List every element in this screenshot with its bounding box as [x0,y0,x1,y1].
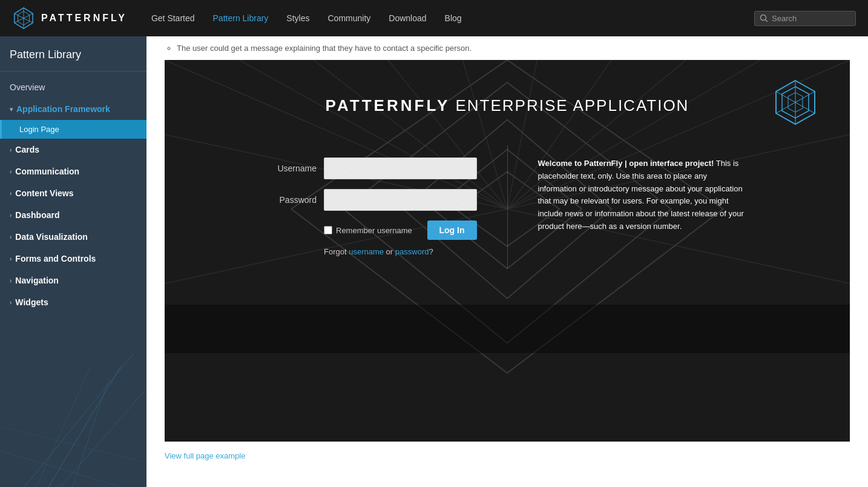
sidebar-item-navigation[interactable]: › Navigation [0,270,146,291]
main-content: The user could get a message explaining … [146,36,868,487]
search-input[interactable] [772,14,850,23]
password-row: Password [268,189,477,211]
svg-line-12 [0,451,121,487]
sidebar: Pattern Library Overview ▾ Application F… [0,36,146,487]
nav-community[interactable]: Community [327,13,370,23]
sidebar-item-content-views[interactable]: › Content Views [0,182,146,204]
chevron-right-icon-2: › [10,168,12,175]
nav-styles[interactable]: Styles [286,13,309,23]
forgot-row: Forgot username or password? [324,247,477,256]
sidebar-item-login-page[interactable]: Login Page [0,120,146,139]
logo[interactable]: PATTERNFLY [12,7,127,30]
nav-get-started[interactable]: Get Started [151,13,195,23]
sidebar-item-widgets[interactable]: › Widgets [0,291,146,313]
nav-pattern-library[interactable]: Pattern Library [213,13,269,23]
nav-download[interactable]: Download [389,13,426,23]
sidebar-data-viz-label: Data Visualization [15,232,88,242]
sidebar-item-forms-and-controls[interactable]: › Forms and Controls [0,248,146,270]
svg-line-10 [36,366,91,487]
nav-blog[interactable]: Blog [445,13,462,23]
remember-username-label[interactable]: Remember username [324,226,412,235]
login-button[interactable]: Log In [427,220,477,240]
sidebar-item-application-framework[interactable]: ▾ Application Framework [0,98,146,120]
chevron-right-icon-8: › [10,299,12,306]
sidebar-content: Pattern Library Overview ▾ Application F… [0,36,146,318]
forgot-username-link[interactable]: username [349,247,384,256]
sidebar-item-data-visualization[interactable]: › Data Visualization [0,226,146,248]
login-info-side: Welcome to PatternFly | open interface p… [514,145,771,268]
sidebar-background-decoration [0,305,146,487]
logo-text: PATTERNFLY [41,13,127,24]
sidebar-widgets-label: Widgets [15,297,48,307]
chevron-right-icon-6: › [10,256,12,262]
breadcrumb-note: The user could get a message explaining … [146,36,868,60]
chevron-right-icon-3: › [10,190,12,197]
svg-line-6 [766,20,768,22]
chevron-down-icon: ▾ [10,106,13,113]
sidebar-item-cards[interactable]: › Cards [0,139,146,161]
sidebar-application-framework-label: Application Framework [16,104,110,114]
forgot-password-link[interactable]: password [395,247,429,256]
login-form-side: Username Password Remember username [244,145,501,268]
form-actions: Remember username Log In [324,220,477,240]
sidebar-item-communication[interactable]: › Communication [0,161,146,182]
chevron-right-icon-7: › [10,277,12,284]
sidebar-item-overview[interactable]: Overview [0,76,146,98]
password-input[interactable] [324,189,477,211]
svg-line-7 [48,366,121,487]
search-icon [760,14,768,22]
username-row: Username [268,157,477,179]
breadcrumb-item: The user could get a message explaining … [177,44,850,53]
chevron-right-icon-5: › [10,234,12,240]
sidebar-item-dashboard[interactable]: › Dashboard [0,204,146,226]
login-info-text: Welcome to PatternFly | open interface p… [538,157,747,233]
sidebar-navigation-label: Navigation [15,276,59,285]
patternfly-logo-icon [12,7,35,30]
login-demo-container: PATTERNFLY ENTERPRISE APPLICATION Userna… [165,60,850,442]
username-label: Username [268,164,317,173]
sidebar-title: Pattern Library [0,36,146,71]
password-label: Password [268,195,317,205]
page-layout: Pattern Library Overview ▾ Application F… [0,36,868,487]
sidebar-cards-label: Cards [15,145,39,154]
chevron-right-icon: › [10,147,12,153]
top-nav: PATTERNFLY Get Started Pattern Library S… [0,0,868,36]
login-divider [507,145,508,268]
svg-line-8 [24,354,133,487]
username-input[interactable] [324,157,477,179]
search-box[interactable] [754,11,856,26]
remember-username-checkbox[interactable] [324,226,332,234]
login-app-title: PATTERNFLY ENTERPRISE APPLICATION [326,96,689,115]
sidebar-overview-label: Overview [10,82,45,92]
nav-links: Get Started Pattern Library Styles Commu… [151,13,754,23]
sidebar-forms-label: Forms and Controls [15,254,96,263]
login-inner: PATTERNFLY ENTERPRISE APPLICATION Userna… [165,60,850,268]
login-body: Username Password Remember username [244,145,771,268]
sidebar-communication-label: Communication [15,167,79,176]
login-footer-strip [165,305,850,353]
svg-point-5 [761,15,766,21]
sidebar-content-views-label: Content Views [15,188,73,198]
sidebar-dashboard-label: Dashboard [15,210,59,220]
view-full-page-link[interactable]: View full page example [146,442,868,470]
sidebar-nav: Overview ▾ Application Framework Login P… [0,71,146,318]
chevron-right-icon-4: › [10,212,12,219]
